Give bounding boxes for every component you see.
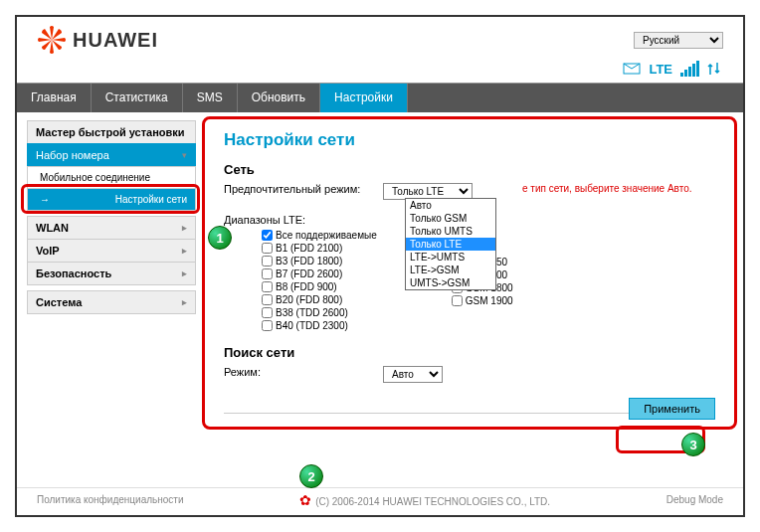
tab-settings[interactable]: Настройки xyxy=(320,84,408,112)
callout-2: 2 xyxy=(299,464,323,488)
sidebar-security[interactable]: Безопасность▸ xyxy=(27,262,196,285)
chevron-right-icon: ▸ xyxy=(182,223,187,233)
chevron-right-icon: ▸ xyxy=(182,268,187,278)
callout-1: 1 xyxy=(208,226,232,250)
copyright: ✿(C) 2006-2014 HUAWEI TECHNOLOGIES CO., … xyxy=(299,492,550,508)
debug-link[interactable]: Debug Mode xyxy=(666,494,723,505)
tab-sms[interactable]: SMS xyxy=(183,84,238,112)
apply-button[interactable]: Применить xyxy=(629,398,715,420)
brand-logo: HUAWEI xyxy=(37,25,158,55)
sidebar: Мастер быстрой установки Набор номера▾ М… xyxy=(27,120,196,434)
lte-indicator: LTE xyxy=(649,62,672,77)
opt-umts[interactable]: Только UMTS xyxy=(406,225,495,238)
mail-icon[interactable] xyxy=(623,63,641,75)
sidebar-system[interactable]: Система▸ xyxy=(27,290,196,314)
chevron-down-icon: ▾ xyxy=(182,150,187,160)
pref-mode-dropdown[interactable]: Авто Только GSM Только UMTS Только LTE L… xyxy=(405,198,496,290)
callout-3: 3 xyxy=(681,433,705,456)
sidebar-wizard[interactable]: Мастер быстрой установки xyxy=(27,120,196,144)
main-panel: Настройки сети Сеть Предпочтительный реж… xyxy=(206,120,733,434)
opt-gsm[interactable]: Только GSM xyxy=(406,212,495,225)
opt-auto[interactable]: Авто xyxy=(406,199,495,212)
sidebar-wlan[interactable]: WLAN▸ xyxy=(27,216,196,240)
updown-icon xyxy=(707,61,721,77)
opt-umts-gsm[interactable]: UMTS->GSM xyxy=(406,276,495,289)
tab-stats[interactable]: Статистика xyxy=(92,84,183,112)
tab-update[interactable]: Обновить xyxy=(238,84,320,112)
opt-lte-umts[interactable]: LTE->UMTS xyxy=(406,251,495,264)
main-nav: Главная Статистика SMS Обновить Настройк… xyxy=(17,83,743,112)
tab-home[interactable]: Главная xyxy=(17,84,92,112)
chevron-right-icon: ▸ xyxy=(182,297,187,307)
huawei-icon xyxy=(37,25,67,55)
signal-icon xyxy=(680,61,699,77)
chevron-right-icon: ▸ xyxy=(182,246,187,256)
brand-text: HUAWEI xyxy=(73,29,158,52)
sidebar-voip[interactable]: VoIP▸ xyxy=(27,239,196,263)
opt-lte[interactable]: Только LTE xyxy=(406,238,495,251)
flower-icon: ✿ xyxy=(299,492,311,508)
sidebar-dial[interactable]: Набор номера▾ xyxy=(27,143,196,167)
privacy-link[interactable]: Политика конфиденциальности xyxy=(37,494,184,505)
opt-lte-gsm[interactable]: LTE->GSM xyxy=(406,264,495,276)
language-select[interactable]: Русский xyxy=(634,32,723,49)
